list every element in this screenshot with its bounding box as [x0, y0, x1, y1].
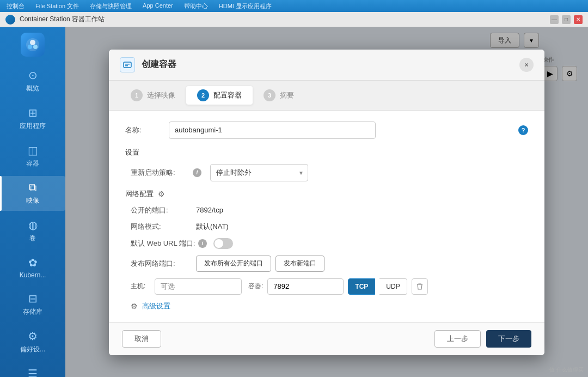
dialog-body: 名称: ? 设置 重新启动策略: i — [109, 111, 544, 322]
window-close-button[interactable]: ✕ — [574, 15, 583, 24]
dialog-title: 创建容器 — [142, 59, 176, 70]
web-url-label: 默认 Web URL 端口: — [131, 239, 196, 248]
advanced-gear-icon: ⚙ — [131, 302, 138, 311]
next-button[interactable]: 下一步 — [486, 330, 531, 348]
public-port-label: 公开的端口: — [131, 205, 196, 215]
network-gear-icon[interactable]: ⚙ — [158, 190, 165, 198]
sidebar-label-containers: 容器 — [26, 159, 39, 168]
step-3-num: 3 — [264, 89, 275, 101]
sidebar-item-apps[interactable]: ⊞ 应用程序 — [0, 101, 65, 136]
sidebar-item-events[interactable]: ☰ 事件日... — [0, 362, 65, 377]
advanced-settings-label: 高级设置 — [142, 301, 170, 311]
sidebar-logo — [19, 33, 46, 57]
topbar-item-appcenter[interactable]: App Center — [143, 2, 173, 10]
publish-ports-row: 发布网络端口: 发布所有公开的端口 发布新端口 — [125, 256, 528, 272]
events-icon: ☰ — [28, 367, 38, 377]
sidebar-label-volumes: 卷 — [29, 234, 36, 243]
dialog-close-button[interactable]: × — [519, 58, 534, 72]
port-mapping-row: 主机: 容器: TCP UDP — [125, 278, 528, 295]
container-port-input[interactable] — [267, 278, 344, 295]
web-url-info-icon[interactable]: i — [198, 239, 207, 248]
topbar-item-help[interactable]: 帮助中心 — [184, 2, 208, 10]
step-1-label: 选择映像 — [147, 90, 175, 100]
top-bar: 控制台 File Station 文件 存储与快照管理 App Center 帮… — [0, 0, 588, 12]
sidebar-item-preferences[interactable]: ⚙ 偏好设... — [0, 324, 65, 360]
advanced-settings-row[interactable]: ⚙ 高级设置 — [125, 301, 528, 311]
app-title: Container Station 容器工作站 — [20, 15, 105, 24]
maximize-button[interactable]: □ — [562, 15, 571, 24]
name-help-icon[interactable]: ? — [518, 125, 528, 135]
public-port-row: 公开的端口: 7892/tcp — [125, 205, 528, 215]
restart-policy-row: 重新启动策略: i 停止时除外 始终重新启动 出错时重新启动 不重启 ▼ — [125, 164, 528, 181]
publish-all-button[interactable]: 发布所有公开的端口 — [196, 256, 271, 272]
sidebar-item-containers[interactable]: ◫ 容器 — [0, 138, 65, 174]
svg-rect-4 — [124, 62, 131, 68]
sidebar-item-kubernetes[interactable]: ✿ Kubern... — [0, 251, 65, 284]
network-section-title: 网络配置 — [125, 189, 154, 199]
restart-dropdown: 停止时除外 始终重新启动 出错时重新启动 不重启 ▼ — [210, 164, 308, 181]
topbar-item-hdmi[interactable]: HDMI 显示应用程序 — [219, 2, 272, 10]
step-1[interactable]: 1 选择映像 — [120, 86, 186, 105]
main-layout: ⊙ 概览 ⊞ 应用程序 ◫ 容器 ⧉ 映像 ◍ 卷 ✿ Kubern... ⊟ … — [0, 27, 588, 377]
network-section-header: 网络配置 ⚙ — [125, 189, 528, 199]
tcp-button[interactable]: TCP — [348, 278, 375, 295]
topbar-item-storage[interactable]: 存储与快照管理 — [90, 2, 132, 10]
publish-new-button[interactable]: 发布新端口 — [275, 256, 324, 272]
apps-icon: ⊞ — [28, 106, 38, 119]
restart-info-icon[interactable]: i — [193, 168, 201, 177]
footer-right: 上一步 下一步 — [434, 330, 531, 348]
name-input[interactable] — [169, 121, 376, 139]
sidebar-label-repositories: 存储库 — [23, 307, 42, 317]
step-3[interactable]: 3 摘要 — [253, 86, 305, 105]
modal-overlay: 创建容器 × 1 选择映像 2 配置容器 3 摘要 — [65, 27, 588, 377]
dialog-header-icon — [120, 57, 135, 72]
minimize-button[interactable]: — — [550, 15, 559, 24]
sidebar: ⊙ 概览 ⊞ 应用程序 ◫ 容器 ⧉ 映像 ◍ 卷 ✿ Kubern... ⊟ … — [0, 27, 65, 377]
sidebar-label-preferences: 偏好设... — [20, 345, 45, 354]
overview-icon: ⊙ — [28, 69, 38, 82]
create-container-dialog: 创建容器 × 1 选择映像 2 配置容器 3 摘要 — [109, 50, 544, 355]
step-2-label: 配置容器 — [213, 90, 242, 100]
step-2-num: 2 — [197, 89, 209, 101]
svg-rect-5 — [125, 64, 130, 65]
sidebar-label-kubernetes: Kubern... — [20, 271, 46, 279]
sidebar-item-volumes[interactable]: ◍ 卷 — [0, 213, 65, 248]
sidebar-item-overview[interactable]: ⊙ 概览 — [0, 63, 65, 99]
containers-icon: ◫ — [28, 144, 38, 157]
udp-button[interactable]: UDP — [379, 278, 407, 295]
container-port-label: 容器: — [248, 282, 263, 291]
name-label: 名称: — [125, 125, 169, 135]
top-bar-nav: 控制台 File Station 文件 存储与快照管理 App Center 帮… — [7, 2, 272, 10]
preferences-icon: ⚙ — [28, 330, 38, 343]
network-section: 网络配置 ⚙ 公开的端口: 7892/tcp 网络模式: 默认(NAT) — [125, 189, 528, 295]
svg-point-1 — [30, 40, 35, 45]
cancel-button[interactable]: 取消 — [122, 330, 161, 348]
topbar-item-console[interactable]: 控制台 — [7, 2, 24, 10]
step-1-num: 1 — [131, 89, 143, 101]
network-mode-row: 网络模式: 默认(NAT) — [125, 222, 528, 232]
publish-ports-label: 发布网络端口: — [131, 259, 196, 269]
title-bar: Container Station 容器工作站 — □ ✕ — [0, 12, 588, 27]
web-url-toggle[interactable] — [213, 238, 233, 249]
sidebar-item-repositories[interactable]: ⊟ 存储库 — [0, 287, 65, 322]
topbar-item-filestation[interactable]: File Station 文件 — [35, 2, 79, 10]
delete-port-button[interactable] — [412, 278, 428, 295]
sidebar-label-overview: 概览 — [26, 84, 39, 93]
images-icon: ⧉ — [29, 181, 36, 194]
host-port-input[interactable] — [155, 278, 242, 295]
prev-button[interactable]: 上一步 — [434, 330, 481, 348]
sidebar-label-images: 映像 — [26, 196, 39, 205]
sidebar-item-images[interactable]: ⧉ 映像 — [0, 176, 65, 211]
app-logo — [5, 15, 15, 25]
step-2[interactable]: 2 配置容器 — [186, 86, 253, 105]
svg-point-2 — [28, 45, 32, 49]
steps-bar: 1 选择映像 2 配置容器 3 摘要 — [109, 81, 544, 111]
step-3-label: 摘要 — [280, 90, 294, 100]
restart-label: 重新启动策略: — [131, 168, 191, 178]
name-control — [169, 121, 514, 139]
restart-select[interactable]: 停止时除外 始终重新启动 出错时重新启动 不重启 — [210, 164, 308, 181]
volumes-icon: ◍ — [28, 218, 38, 232]
kubernetes-icon: ✿ — [28, 256, 38, 269]
name-row: 名称: ? — [125, 121, 528, 139]
dialog-header: 创建容器 × — [109, 50, 544, 81]
